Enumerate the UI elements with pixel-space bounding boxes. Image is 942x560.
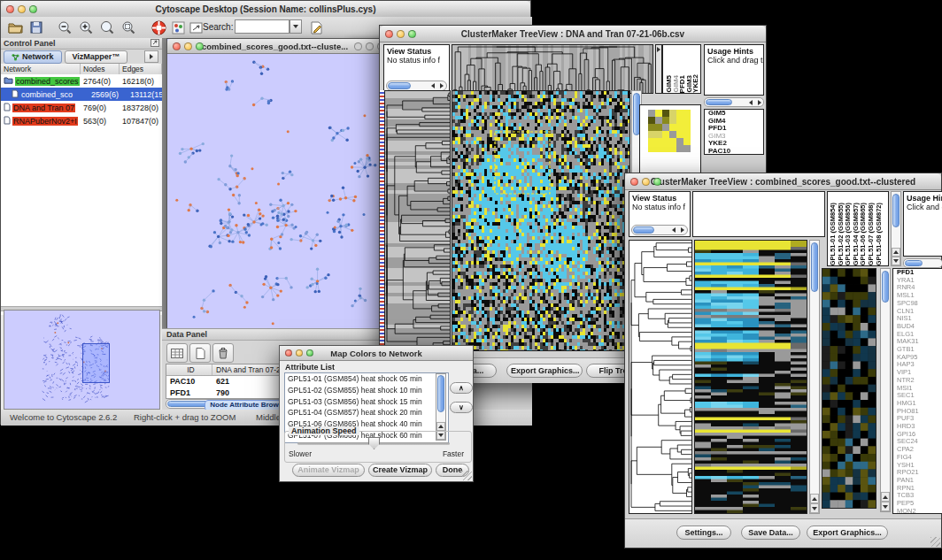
create-vizmap-button[interactable]: Create Vizmap bbox=[368, 464, 432, 477]
new-attribute-icon[interactable] bbox=[189, 343, 211, 363]
heatmap-main[interactable] bbox=[694, 240, 807, 514]
network-name[interactable]: DNA and Tran 07 bbox=[12, 104, 75, 112]
column-labels-scrollbar[interactable] bbox=[891, 191, 901, 266]
birds-eye-view[interactable] bbox=[4, 310, 160, 410]
undock-icon[interactable] bbox=[151, 39, 159, 49]
main-titlebar[interactable]: Cytoscape Desktop (Session Name: collins… bbox=[1, 1, 530, 18]
submatrix-vscrollbar[interactable] bbox=[880, 268, 891, 512]
network-name[interactable]: RNAPuberNov2+I bbox=[12, 117, 78, 126]
open-folder-icon[interactable] bbox=[6, 19, 24, 36]
zoom-selected-region-icon[interactable] bbox=[120, 19, 137, 36]
column-nodes[interactable]: Nodes bbox=[81, 64, 120, 74]
search-input[interactable] bbox=[235, 19, 290, 34]
resize-grip[interactable] bbox=[462, 471, 472, 480]
usage-hints-scrollbar[interactable] bbox=[903, 258, 942, 268]
gene-label[interactable]: MON2 bbox=[895, 508, 942, 514]
zoom-in-icon[interactable] bbox=[77, 19, 95, 36]
mini-heatmap-cell bbox=[662, 117, 669, 124]
tab-vizmapper[interactable]: VizMapper™ bbox=[65, 50, 128, 64]
splitter-strip[interactable] bbox=[655, 44, 662, 94]
tab-network[interactable]: Network bbox=[4, 50, 62, 64]
minimize-icon[interactable] bbox=[184, 42, 192, 50]
network-row[interactable]: RNAPuberNov2+I563(0)107847(0) bbox=[1, 114, 162, 127]
network-name[interactable]: combined_scores bbox=[15, 77, 80, 86]
usage-hints-scrollbar[interactable] bbox=[704, 97, 764, 107]
maximize-icon[interactable] bbox=[29, 5, 37, 13]
save-data-button[interactable]: Save Data... bbox=[741, 525, 800, 540]
mini-heatmap-cell bbox=[655, 110, 662, 117]
maximize-icon[interactable] bbox=[653, 178, 661, 186]
attribute-list-label: Attribute List bbox=[285, 363, 335, 372]
birds-eye-viewport-rect[interactable] bbox=[82, 343, 110, 383]
save-icon[interactable] bbox=[27, 19, 45, 36]
network-graph-canvas[interactable] bbox=[167, 54, 382, 330]
network-edges: 107847(0) bbox=[122, 117, 162, 126]
heatmap-main[interactable] bbox=[452, 90, 630, 351]
mini-heatmap-labels: GIM5GIM4PFD1GIM3YKE2PAC10 bbox=[704, 109, 764, 155]
control-panel-tabs: Network VizMapper™ bbox=[1, 50, 162, 65]
column-network[interactable]: Network bbox=[1, 64, 81, 74]
tabs-overflow-button[interactable] bbox=[144, 50, 158, 63]
heatmap-vscrollbar[interactable] bbox=[809, 240, 820, 514]
search-dropdown-button[interactable] bbox=[290, 19, 302, 34]
column-dendrogram[interactable] bbox=[452, 44, 653, 94]
view-status-scrollbar[interactable] bbox=[631, 225, 688, 235]
close-icon[interactable] bbox=[285, 349, 292, 357]
close-icon[interactable] bbox=[173, 42, 181, 50]
resize-grip[interactable] bbox=[930, 537, 940, 547]
network-window-titlebar[interactable]: combined_scores_good.txt--cluste... bbox=[167, 39, 382, 54]
network-name[interactable]: combined_sco bbox=[20, 90, 73, 99]
move-down-button[interactable]: ∨ bbox=[450, 402, 473, 413]
network-nodes: 2569(6) bbox=[91, 90, 130, 99]
column-id[interactable]: ID bbox=[166, 364, 212, 375]
edit-document-icon[interactable] bbox=[307, 19, 325, 36]
close-icon[interactable] bbox=[6, 5, 14, 13]
similarity-mini-heatmap[interactable] bbox=[648, 110, 691, 152]
network-row[interactable]: combined_scores2764(0)16218(0) bbox=[1, 74, 162, 88]
attribute-item[interactable]: GPL51-04 (GSM857) heat shock 20 min bbox=[285, 407, 448, 418]
status-zoom-hint: Right-click + drag to ZOOM bbox=[134, 412, 236, 422]
view-status-title: View Status bbox=[629, 192, 690, 203]
attribute-item[interactable]: GPL51-01 (GSM854) heat shock 05 min bbox=[285, 373, 448, 385]
treeview2-title: ClusterMaker TreeView : combined_scores_… bbox=[625, 177, 941, 187]
vizmap-nodes-icon[interactable] bbox=[169, 19, 187, 36]
minimize-icon[interactable] bbox=[366, 42, 374, 50]
delete-attribute-trash-icon[interactable] bbox=[212, 343, 234, 363]
zoom-whole-network-icon[interactable] bbox=[98, 19, 116, 36]
animate-vizmap-button[interactable]: Animate Vizmap bbox=[292, 464, 365, 477]
network-nodes: 563(0) bbox=[83, 117, 122, 126]
help-lifesaver-icon[interactable] bbox=[150, 19, 167, 36]
maximize-icon[interactable] bbox=[408, 30, 416, 38]
scroll-right-button[interactable] bbox=[437, 81, 446, 90]
minimize-icon[interactable] bbox=[18, 5, 26, 13]
close-icon[interactable] bbox=[385, 30, 393, 38]
row-dendrogram[interactable] bbox=[629, 240, 692, 514]
network-row[interactable]: DNA and Tran 07769(0)183728(0) bbox=[1, 101, 162, 114]
treeview1-title: ClusterMaker TreeView : DNA and Tran 07-… bbox=[380, 29, 766, 39]
zoom-out-icon[interactable] bbox=[56, 19, 73, 36]
network-row[interactable]: combined_sco2569(6)13112(15) bbox=[1, 88, 162, 101]
attribute-item[interactable]: GPL51-03 (GSM856) heat shock 15 min bbox=[285, 396, 448, 408]
treeview1-titlebar[interactable]: ClusterMaker TreeView : DNA and Tran 07-… bbox=[380, 26, 766, 42]
close-icon[interactable] bbox=[354, 42, 362, 50]
export-graphics-button[interactable]: Export Graphics... bbox=[807, 525, 888, 540]
attribute-item[interactable]: GPL51-02 (GSM855) heat shock 10 min bbox=[285, 385, 448, 396]
settings-button[interactable]: Settings... bbox=[676, 525, 731, 540]
column-edges[interactable]: Edges bbox=[120, 64, 162, 74]
attribute-table-icon[interactable] bbox=[166, 343, 188, 363]
minimize-icon[interactable] bbox=[397, 30, 405, 38]
export-graphics-button[interactable]: Export Graphics... bbox=[506, 364, 583, 378]
minimize-icon[interactable] bbox=[296, 349, 303, 357]
row-dendrogram[interactable] bbox=[384, 90, 451, 351]
maximize-icon[interactable] bbox=[306, 349, 313, 357]
annotation-panel-icon[interactable] bbox=[187, 19, 205, 36]
move-up-button[interactable]: ∧ bbox=[450, 382, 473, 394]
treeview2-titlebar[interactable]: ClusterMaker TreeView : combined_scores_… bbox=[625, 173, 941, 190]
scroll-left-button[interactable] bbox=[429, 81, 437, 90]
maximize-icon[interactable] bbox=[196, 42, 204, 50]
submatrix-heatmap[interactable] bbox=[822, 268, 876, 509]
scroll-up-button[interactable] bbox=[436, 422, 445, 431]
dialog-titlebar[interactable]: Map Colors to Network bbox=[280, 346, 473, 361]
minimize-icon[interactable] bbox=[642, 178, 650, 186]
close-icon[interactable] bbox=[630, 178, 638, 186]
